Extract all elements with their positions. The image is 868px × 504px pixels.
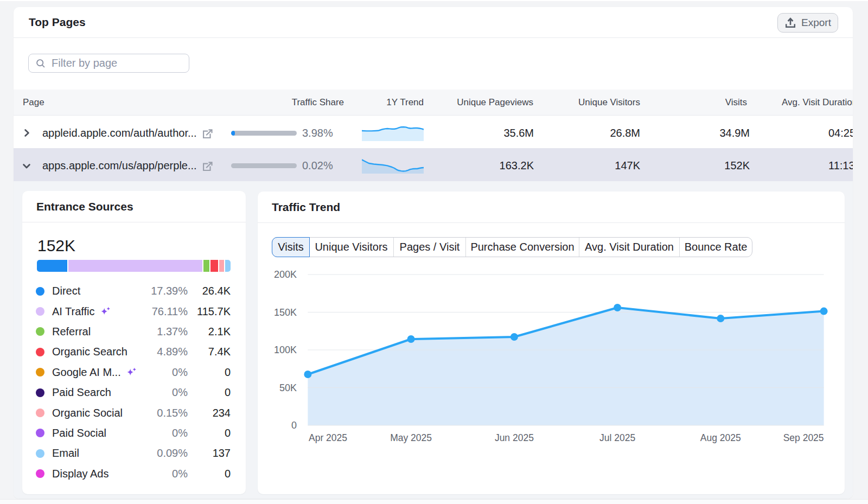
svg-text:May 2025: May 2025 (390, 432, 432, 443)
svg-text:50K: 50K (279, 382, 297, 393)
svg-text:Aug 2025: Aug 2025 (700, 432, 741, 443)
svg-text:Apr 2025: Apr 2025 (309, 432, 347, 443)
svg-text:150K: 150K (274, 307, 297, 318)
svg-text:Sep 2025: Sep 2025 (783, 432, 824, 443)
svg-text:Jul 2025: Jul 2025 (599, 432, 635, 443)
svg-text:100K: 100K (274, 344, 297, 355)
svg-text:200K: 200K (274, 269, 297, 280)
svg-text:0: 0 (291, 420, 297, 431)
svg-text:Jun 2025: Jun 2025 (495, 432, 534, 443)
